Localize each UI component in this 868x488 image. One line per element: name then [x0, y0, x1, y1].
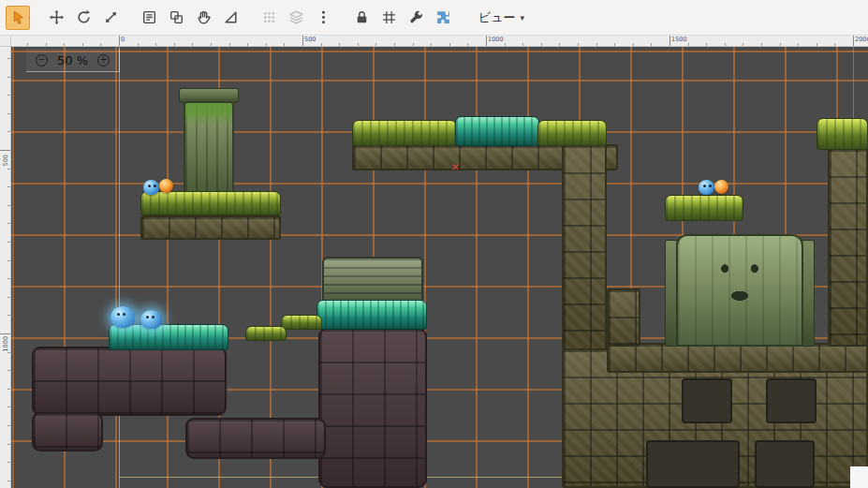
toolbar-group-transform [44, 6, 123, 30]
groups-icon [169, 9, 184, 25]
left-platform-tiles[interactable] [140, 215, 281, 240]
ruler-label: 1500 [671, 37, 687, 43]
triangle-icon [223, 9, 239, 25]
blue-creature[interactable] [143, 180, 159, 195]
wrench-icon [408, 9, 424, 25]
grid-toggle-button[interactable] [376, 6, 401, 30]
mask-tool[interactable] [218, 6, 243, 30]
tall-column[interactable] [562, 144, 607, 350]
right-column[interactable] [828, 148, 868, 347]
top-grass-teal[interactable] [455, 116, 539, 146]
move-tool[interactable] [44, 6, 68, 30]
wall-window-right[interactable] [766, 378, 817, 423]
short-column[interactable] [607, 288, 640, 347]
ruler-label: 1000 [488, 37, 504, 43]
toolbar-groups [6, 6, 469, 30]
kebab-icon [316, 9, 331, 25]
rotate-icon [76, 9, 92, 25]
zoom-control: − 50 % + [26, 49, 120, 72]
ruler-label: 1000 [3, 333, 9, 355]
top-grass-right[interactable] [537, 120, 607, 146]
more-options-button[interactable] [311, 6, 335, 30]
orange-creature[interactable] [714, 180, 728, 194]
zoom-in-button[interactable]: + [97, 54, 110, 67]
blue-creature[interactable] [110, 306, 135, 328]
ruler-vertical: 5001000 [0, 47, 11, 488]
move-icon [49, 9, 65, 25]
extensions-button[interactable] [431, 6, 455, 30]
orange-creature[interactable] [159, 179, 173, 193]
wall-gap-left[interactable] [646, 440, 740, 488]
toolbar-group-secondary [257, 6, 335, 30]
dots-grid-icon [261, 9, 277, 25]
bottom-left-grass[interactable] [109, 324, 228, 350]
toolbar: ビュー ▾ [0, 0, 868, 36]
lock-icon [354, 9, 370, 25]
object-groups-panel-button[interactable] [164, 6, 188, 30]
toolbar-group-selection [6, 6, 30, 30]
zoom-value: 50 % [57, 53, 88, 67]
editor-area: 0500100015002000 5001000 ✕ − 50 % + [0, 36, 868, 488]
under-statue-row[interactable] [607, 343, 868, 373]
stone-pillar[interactable] [184, 101, 234, 195]
ruler-label: 500 [304, 37, 316, 43]
vine-step-lower[interactable] [245, 326, 287, 341]
instances-panel-button[interactable] [257, 6, 281, 30]
blue-creature[interactable] [699, 180, 714, 195]
bottom-connector[interactable] [185, 418, 326, 459]
level-layer: ✕ [11, 47, 868, 488]
toolbar-group-panels [137, 6, 243, 30]
rotate-tool[interactable] [71, 6, 96, 30]
ruler-label: 0 [121, 37, 125, 43]
chevron-down-icon: ▾ [521, 13, 525, 22]
mid-structure-grass[interactable] [316, 300, 427, 330]
wall-window-left[interactable] [682, 378, 732, 423]
scene-editor-window: ビュー ▾ 0500100015002000 5001000 ✕ − 50 % … [0, 0, 868, 488]
top-grass-left[interactable] [352, 120, 457, 146]
zoom-out-button[interactable]: − [36, 54, 48, 67]
ruler-horizontal: 0500100015002000 [11, 36, 868, 47]
hand-icon [196, 9, 212, 25]
pan-tool[interactable] [191, 6, 215, 30]
grid-icon [381, 9, 397, 25]
view-menu-label: ビュー [478, 9, 516, 26]
debug-button[interactable] [404, 6, 428, 30]
left-platform-grass[interactable] [140, 191, 281, 215]
layers-icon [288, 9, 304, 25]
mid-structure-dirt[interactable] [318, 328, 427, 488]
cursor-icon [10, 9, 26, 25]
vine-step-upper[interactable] [281, 315, 322, 330]
resize-tool[interactable] [98, 6, 123, 30]
resize-icon [103, 9, 119, 25]
objects-icon [141, 9, 157, 25]
wall-gap-right[interactable] [755, 440, 815, 488]
right-platform-grass[interactable] [665, 195, 743, 221]
selection-tool[interactable] [6, 6, 30, 30]
blue-creature[interactable] [140, 310, 162, 329]
scene-canvas[interactable]: ✕ − 50 % + [11, 47, 868, 488]
objects-panel-button[interactable] [137, 6, 161, 30]
lock-toggle-button[interactable] [349, 6, 374, 30]
ruin-machine[interactable] [322, 257, 423, 303]
bottom-left-foot[interactable] [32, 412, 103, 451]
ruler-corner [0, 36, 11, 47]
ruler-label: 500 [3, 149, 9, 171]
scroll-corner [850, 466, 868, 488]
right-grass-top[interactable] [817, 118, 868, 150]
statue-column-right[interactable] [802, 240, 815, 347]
ruler-label: 2000 [855, 37, 868, 43]
view-menu-button[interactable]: ビュー ▾ [469, 5, 534, 31]
layers-panel-button[interactable] [284, 6, 308, 30]
stone-face-statue[interactable] [676, 234, 803, 347]
toolbar-group-settings [349, 6, 455, 30]
origin-marker: ✕ [451, 163, 459, 172]
bottom-left-slab[interactable] [32, 347, 227, 416]
puzzle-icon [435, 9, 451, 25]
